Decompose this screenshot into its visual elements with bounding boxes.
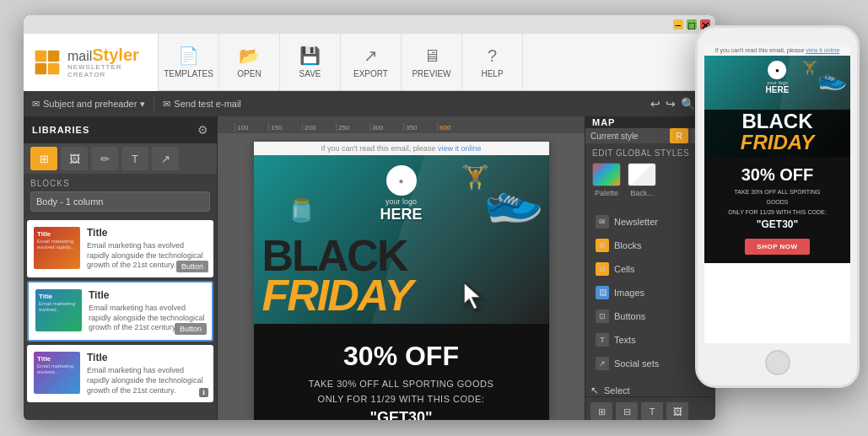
back-swatch — [628, 163, 656, 186]
send-test-btn[interactable]: ✉ Send test e-mail — [163, 99, 240, 110]
style-btn-r[interactable]: R — [670, 128, 688, 143]
blocks-dropdown[interactable]: Body - 1 column — [30, 191, 210, 212]
canvas-area: 100 150 200 250 300 350 600 If you can't… — [218, 116, 585, 420]
friday-text: FRIDAY — [262, 276, 412, 315]
preview-icon: 🖥 — [423, 46, 440, 66]
nav-social[interactable]: ↗ Social sets — [590, 353, 710, 374]
phone-screen: If you can't read this email, please vie… — [704, 45, 850, 343]
images-label: Images — [614, 288, 644, 298]
nav-blocks[interactable]: ⊞ Blocks — [590, 234, 710, 256]
libraries-header: LIBRARIES ⚙ — [24, 116, 217, 143]
blocks-icon: ⊞ — [596, 239, 609, 252]
ruler-mark: 200 — [302, 123, 336, 132]
toolbar-preview-button[interactable]: 🖥 PREVIEW — [402, 34, 462, 90]
phone-black-text: BLACK — [741, 112, 815, 131]
ruler-mark: 600 — [437, 123, 471, 132]
bottom-tool-3[interactable]: T — [641, 402, 663, 420]
logo-icon — [34, 46, 61, 78]
promo-code: "GET30" — [271, 409, 532, 420]
maximize-button[interactable]: □ — [687, 19, 697, 30]
ruler-marks: 100 150 200 250 300 350 600 — [235, 123, 471, 132]
info-icon[interactable]: ℹ — [199, 388, 208, 397]
texts-icon: T — [596, 333, 609, 347]
preview-label: PREVIEW — [412, 69, 450, 78]
template-title: Title — [89, 289, 205, 301]
template-title: Title — [87, 227, 207, 239]
phone-shoe-icon: 👟 — [814, 62, 848, 94]
subject-label: Subject and preheader — [43, 99, 137, 109]
nav-newsletter[interactable]: ✉ Newsletter — [590, 211, 710, 233]
nav-cells[interactable]: ⊟ Cells — [590, 258, 710, 280]
template-btn[interactable]: Button — [175, 323, 207, 335]
cells-icon: ⊟ — [596, 262, 609, 276]
left-panel: LIBRARIES ⚙ ⊞ 🖼 ✏ T ↗ BLOCKS Body - 1 co… — [24, 116, 218, 420]
template-thumb: Title Email marketing evolved... — [34, 352, 80, 394]
template-btn[interactable]: Button — [176, 261, 208, 272]
subject-preheader-btn[interactable]: ✉ Subject and preheader ▾ — [32, 99, 145, 110]
envelope-icon: ✉ — [32, 99, 40, 110]
tab-blocks[interactable]: ⊞ — [30, 147, 57, 170]
logo-subtitle: NEWSLETTER CREATOR — [67, 64, 148, 79]
tab-edit[interactable]: ✏ — [91, 147, 118, 170]
toolbar-save-button[interactable]: 💾 SAVE — [280, 34, 341, 90]
phone-promo-percent: 30% OFF — [713, 165, 842, 185]
toolbar-actions: 📄 TEMPLATES 📂 OPEN 💾 SAVE ↗ EXPORT 🖥 — [159, 34, 715, 90]
zoom-out-button[interactable]: 🔍 — [681, 97, 695, 110]
panel-scroll: Title Email marketing evolved rapidly...… — [24, 217, 217, 420]
chevron-down-icon: ▾ — [140, 99, 145, 110]
phone-view-link[interactable]: view it online — [806, 47, 839, 53]
tab-share[interactable]: ↗ — [152, 147, 179, 170]
select-icon: ↖ — [590, 385, 599, 396]
minimize-button[interactable]: − — [673, 19, 683, 30]
phone-promo-line2: GOODS — [713, 198, 842, 206]
template-info: Title Email marketing has evolved rapidl… — [89, 289, 205, 333]
logo-mail: mailStyler — [67, 49, 139, 63]
bottom-tool-2[interactable]: ⊟ — [616, 402, 638, 420]
redo-button[interactable]: ↪ — [666, 97, 676, 110]
template-card[interactable]: Title Email marketing evolved... Title E… — [27, 281, 213, 342]
background-item[interactable]: Back... — [628, 163, 656, 197]
tab-text[interactable]: T — [121, 147, 148, 170]
svg-rect-2 — [35, 62, 47, 74]
nav-buttons[interactable]: ⊡ Buttons — [590, 305, 710, 327]
nav-texts[interactable]: T Texts — [590, 329, 710, 351]
title-bar: − □ ✕ — [24, 15, 715, 34]
phone-promo-line1: TAKE 30% OFF ALL SPORTING — [713, 188, 842, 196]
template-card[interactable]: Title Email marketing evolved rapidly...… — [27, 220, 213, 277]
bottom-tool-1[interactable]: ⊞ — [590, 402, 612, 420]
export-icon: ↗ — [364, 46, 378, 66]
phone-bf-text: BLACK FRIDAY — [741, 112, 815, 154]
bottom-tool-4[interactable]: 🖼 — [666, 402, 688, 420]
palette-swatch — [592, 163, 621, 186]
tab-images[interactable]: 🖼 — [61, 147, 88, 170]
email-preview: If you can't read this email, please vie… — [254, 142, 549, 420]
palette-item[interactable]: Palette — [592, 163, 621, 197]
select-item[interactable]: ↖ Select — [585, 385, 715, 396]
phone-shop-button[interactable]: SHOP NOW — [745, 239, 809, 255]
nav-images[interactable]: 🖼 Images — [590, 282, 710, 304]
toolbar-open-button[interactable]: 📂 OPEN — [219, 34, 280, 90]
toolbar-templates-button[interactable]: 📄 TEMPLATES — [159, 34, 219, 90]
toolbar-help-button[interactable]: ? HELP — [462, 34, 523, 90]
template-thumb: Title Email marketing evolved... — [35, 289, 82, 331]
promo-percent: 30% OFF — [271, 341, 532, 372]
ruler-mark: 150 — [268, 123, 302, 132]
view-online-link[interactable]: view it online — [438, 144, 482, 153]
save-label: SAVE — [299, 69, 321, 78]
newsletter-label: Newsletter — [614, 217, 658, 227]
sub-toolbar: ✉ Subject and preheader ▾ ✉ Send test e-… — [24, 91, 715, 116]
template-card[interactable]: Title Email marketing evolved... Title E… — [27, 345, 213, 402]
kettlebell-icon: 🫙 — [288, 197, 315, 223]
save-icon: 💾 — [299, 46, 321, 66]
phone-preview: If you can't read this email, please vie… — [695, 25, 860, 388]
phone-logo-here: HERE — [766, 85, 790, 94]
phone-home-button[interactable] — [765, 350, 790, 375]
settings-icon[interactable]: ⚙ — [197, 123, 208, 137]
svg-rect-1 — [48, 50, 60, 62]
social-label: Social sets — [614, 358, 659, 369]
phone-promo-line3: ONLY FOR 11/29 WITH THIS CODE: — [713, 208, 842, 216]
undo-button[interactable]: ↩ — [650, 97, 660, 110]
logo-area: mailStyler NEWSLETTER CREATOR — [24, 34, 159, 91]
template-info: Title Email marketing has evolved rapidl… — [87, 227, 207, 271]
toolbar-export-button[interactable]: ↗ EXPORT — [341, 34, 402, 90]
